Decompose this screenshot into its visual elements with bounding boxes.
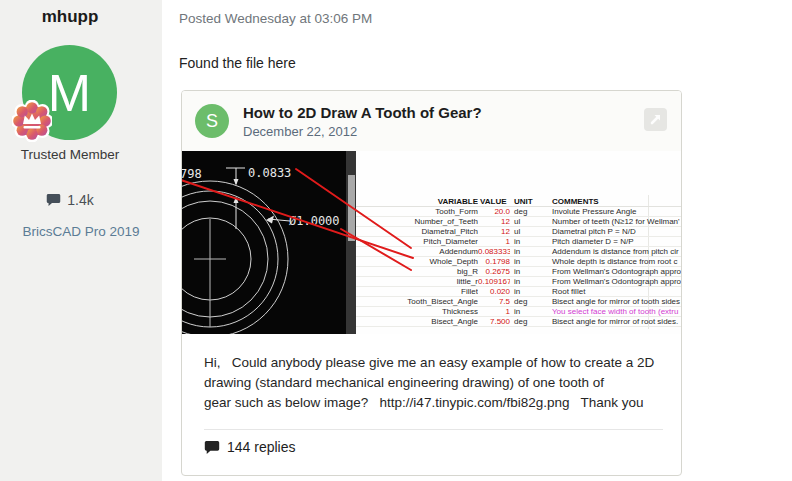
divider <box>204 429 663 430</box>
table-cell <box>550 327 681 334</box>
replies-link[interactable]: 144 replies <box>204 439 296 455</box>
table-cell: 7.500 <box>478 317 510 326</box>
table-cell: From Wellman's Odontograph appro <box>550 267 681 276</box>
table-row: Fillet0.020inRoot fillet <box>356 287 681 297</box>
table-cell: From Wellman's Odontograph appro <box>550 277 681 286</box>
table-cell: Root fillet <box>550 287 681 296</box>
image-scrollbar-thumb <box>348 175 355 241</box>
table-cell: deg <box>510 317 550 326</box>
table-cell: in <box>510 267 550 276</box>
table-header: COMMENTS <box>550 197 681 206</box>
author-sidebar: mhupp M <box>0 0 162 481</box>
dim-798-label: 798 <box>182 167 202 181</box>
table-cell: in <box>510 277 550 286</box>
posted-timestamp[interactable]: Posted Wednesday at 03:06 PM <box>179 11 372 26</box>
table-cell: Diametral pitch P = N/D <box>550 227 681 236</box>
table-row: Addendum0.083333inAddendum is distance f… <box>356 247 681 257</box>
table-cell: 0.109167 <box>478 277 510 286</box>
table-cell: 0.1798 <box>478 257 510 266</box>
table-cell: Pitch_Diameter <box>356 237 478 246</box>
table-row: Pitch_Diameter1inPitch diameter D = N/P <box>356 237 681 247</box>
cad-drawing-pane: 798 0.0833 Ø1.0000 <box>182 151 346 334</box>
table-cell: in <box>510 307 550 316</box>
table-row: Diametral_Pitch12ulDiametral pitch P = N… <box>356 227 681 237</box>
post-intro-text: Found the file here <box>179 55 296 71</box>
table-cell: deg <box>510 207 550 216</box>
table-cell: Tooth_Bisect_Angle <box>356 297 478 306</box>
table-header-row: VARIABLE VALUE UNIT COMMENTS <box>356 197 681 207</box>
image-scrollbar <box>346 151 356 334</box>
table-header: UNIT <box>510 197 550 206</box>
quoted-post-body: Hi, Could anybody please give me an easy… <box>204 353 664 413</box>
table-cell: Bisect_Angle <box>356 317 478 326</box>
table-cell: 0.2675 <box>478 267 510 276</box>
table-header: VALUE <box>478 197 510 206</box>
table-cell: 1 <box>478 237 510 246</box>
spreadsheet-pane: VARIABLE VALUE UNIT COMMENTS Tooth_Form2… <box>356 151 681 334</box>
table-cell: Thickness <box>356 307 478 316</box>
table-cell: Involute Pressure Angle <box>550 207 681 216</box>
table-cell: ul <box>510 217 550 226</box>
table-cell <box>478 327 510 334</box>
table-cell: Number of teeth (N≥12 for Wellman' <box>550 217 681 226</box>
table-cell: 7.5 <box>478 297 510 306</box>
table-cell: Bisect angle for mirror of tooth sides <box>550 297 681 306</box>
embed-header: S How to 2D Draw A Tooth of Gear? Decemb… <box>182 91 681 151</box>
post-count-value: 1.4k <box>67 192 93 208</box>
table-cell: 0.020 <box>478 287 510 296</box>
table-row <box>356 327 681 334</box>
dim-addendum-label: 0.0833 <box>248 166 291 180</box>
table-cell: 20.0 <box>478 207 510 216</box>
table-cell: in <box>510 237 550 246</box>
table-row: Tooth_Form20.0degInvolute Pressure Angle <box>356 207 681 217</box>
table-cell <box>356 327 478 334</box>
table-cell: Fillet <box>356 287 478 296</box>
embed-date: December 22, 2012 <box>243 124 357 139</box>
table-cell: 0.083333 <box>478 247 510 256</box>
table-cell: 12 <box>478 217 510 226</box>
table-row: Thickness1inYou select face width of too… <box>356 307 681 317</box>
table-cell: 1 <box>478 307 510 316</box>
table-cell: ul <box>510 227 550 236</box>
speech-bubble-icon <box>204 440 220 455</box>
table-row: Number_of_Teeth12ulNumber of teeth (N≥12… <box>356 217 681 227</box>
table-cell: deg <box>510 297 550 306</box>
table-cell: Tooth_Form <box>356 207 478 216</box>
post-count: 1.4k <box>0 192 140 208</box>
embed-title[interactable]: How to 2D Draw A Tooth of Gear? <box>243 104 482 121</box>
external-link-arrow-icon <box>649 113 662 126</box>
embedded-image[interactable]: 798 0.0833 Ø1.0000 VARIABLE VALUE UNIT C <box>182 151 681 334</box>
table-cell: 12 <box>478 227 510 236</box>
username[interactable]: mhupp <box>0 7 140 27</box>
open-external-button[interactable] <box>644 108 667 131</box>
table-cell: Whole depth is distance from root c <box>550 257 681 266</box>
table-cell: in <box>510 247 550 256</box>
table-header: VARIABLE <box>356 197 478 206</box>
crown-badge-icon <box>12 100 52 142</box>
embed-avatar-letter: S <box>206 111 218 132</box>
table-row: big_R0.2675inFrom Wellman's Odontograph … <box>356 267 681 277</box>
table-cell: Pitch diameter D = N/P <box>550 237 681 246</box>
table-cell: You select face width of tooth (extru <box>550 307 681 316</box>
table-cell: in <box>510 287 550 296</box>
embed-avatar: S <box>195 104 229 138</box>
avatar-wrap: M <box>22 45 117 140</box>
table-cell: Number_of_Teeth <box>356 217 478 226</box>
table-cell: Bisect angle for mirror of root sides. <box>550 317 681 326</box>
member-rank: Trusted Member <box>0 147 140 162</box>
table-cell: little_r <box>356 277 478 286</box>
speech-bubble-icon <box>46 193 61 207</box>
table-cell: Diametral_Pitch <box>356 227 478 236</box>
table-row: Whole_Depth0.1798inWhole depth is distan… <box>356 257 681 267</box>
table-cell: Addendum is distance from pitch cir <box>550 247 681 256</box>
dim-diameter-label: Ø1.0000 <box>289 214 340 228</box>
avatar-letter: M <box>48 63 91 123</box>
table-cell <box>510 327 550 334</box>
post-content: Posted Wednesday at 03:06 PM Found the f… <box>162 0 792 481</box>
table-cell: Whole_Depth <box>356 257 478 266</box>
parameter-table: VARIABLE VALUE UNIT COMMENTS Tooth_Form2… <box>356 197 681 334</box>
table-cell: in <box>510 257 550 266</box>
embedded-topic-card[interactable]: S How to 2D Draw A Tooth of Gear? Decemb… <box>181 90 682 476</box>
table-row: Bisect_Angle7.500degBisect angle for mir… <box>356 317 681 327</box>
replies-count-label: 144 replies <box>227 439 296 455</box>
